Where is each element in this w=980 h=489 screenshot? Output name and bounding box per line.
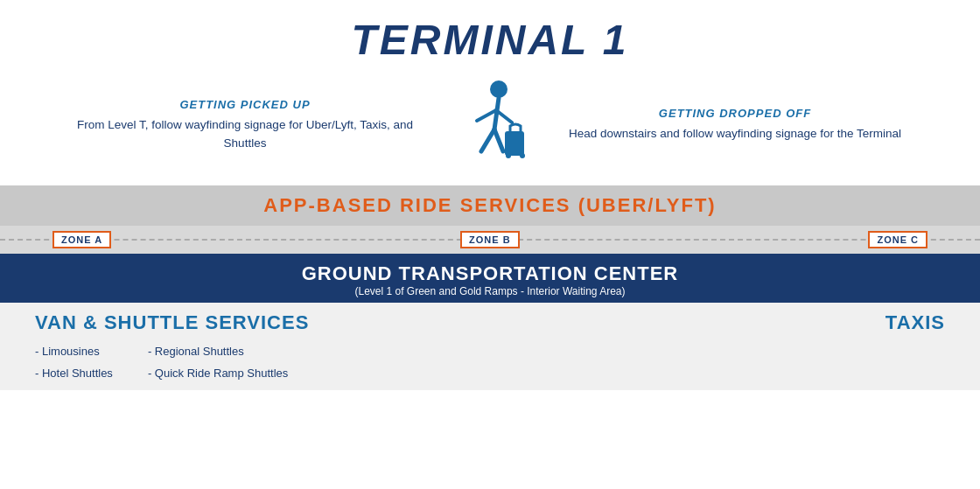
hotel-shuttles-item: - Hotel Shuttles	[35, 363, 113, 385]
limousines-item: - Limousines	[35, 341, 113, 363]
gtc-banner: GROUND TRANSPORTATION CENTER (Level 1 of…	[0, 254, 980, 303]
dropoff-text: Head downstairs and follow wayfinding si…	[560, 125, 910, 143]
gtc-title: GROUND TRANSPORTATION CENTER	[0, 262, 980, 285]
van-shuttle-block: VAN & SHUTTLE SERVICES - Limousines - Ho…	[35, 311, 886, 384]
van-shuttle-title: VAN & SHUTTLE SERVICES	[35, 311, 886, 334]
page-title: TERMINAL 1	[0, 16, 980, 64]
pickup-heading: GETTING PICKED UP	[70, 98, 420, 111]
svg-point-7	[506, 153, 511, 158]
svg-point-8	[520, 153, 525, 158]
zones-row: ZONE A ZONE B ZONE C	[0, 226, 980, 254]
service-col-1: - Limousines - Hotel Shuttles	[35, 341, 113, 384]
services-section: VAN & SHUTTLE SERVICES - Limousines - Ho…	[0, 303, 980, 390]
traveler-icon	[451, 77, 529, 173]
dropoff-heading: GETTING DROPPED OFF	[560, 107, 910, 120]
info-section: GETTING PICKED UP From Level T, follow w…	[0, 73, 980, 182]
svg-line-4	[481, 129, 494, 151]
road-section: APP-BASED RIDE SERVICES (UBER/LYFT) ZONE…	[0, 185, 980, 390]
regional-shuttles-item: - Regional Shuttles	[148, 341, 288, 363]
ride-services-text: APP-BASED RIDE SERVICES (UBER/LYFT)	[0, 194, 980, 217]
quick-ride-item: - Quick Ride Ramp Shuttles	[148, 363, 288, 385]
pickup-block: GETTING PICKED UP From Level T, follow w…	[52, 98, 438, 152]
taxi-title: TAXIS	[886, 311, 945, 334]
zone-a-badge: ZONE A	[52, 231, 111, 248]
svg-line-5	[494, 129, 503, 151]
service-list: - Limousines - Hotel Shuttles - Regional…	[35, 341, 886, 384]
title-section: TERMINAL 1	[0, 0, 980, 73]
dropoff-block: GETTING DROPPED OFF Head downstairs and …	[542, 107, 928, 143]
svg-rect-6	[505, 131, 524, 156]
pickup-text: From Level T, follow wayfinding signage …	[70, 116, 420, 152]
zone-c-badge: ZONE C	[868, 231, 928, 248]
zone-b-badge: ZONE B	[460, 231, 520, 248]
svg-line-2	[477, 110, 496, 121]
person-icon-container	[438, 77, 542, 173]
gtc-subtitle: (Level 1 of Green and Gold Ramps - Inter…	[0, 285, 980, 297]
svg-point-0	[490, 80, 508, 98]
ride-services-banner: APP-BASED RIDE SERVICES (UBER/LYFT)	[0, 185, 980, 226]
service-col-2: - Regional Shuttles - Quick Ride Ramp Sh…	[148, 341, 288, 384]
svg-line-3	[496, 110, 512, 122]
taxi-block: TAXIS	[886, 311, 945, 334]
